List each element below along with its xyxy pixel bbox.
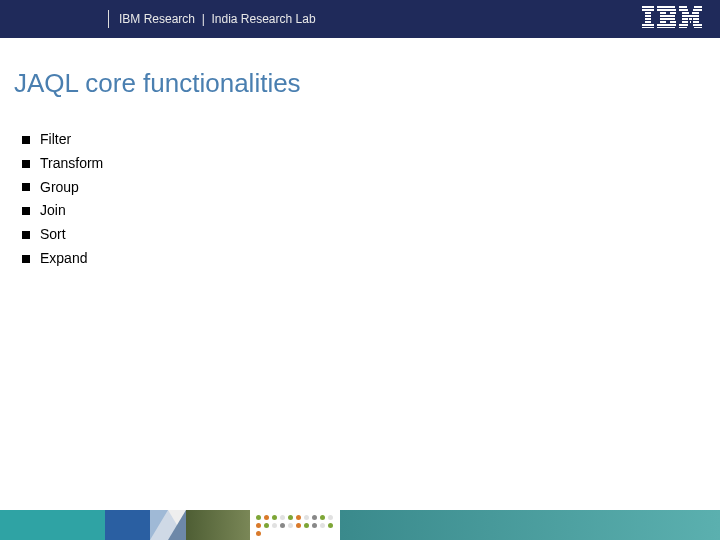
svg-rect-21 — [693, 9, 702, 11]
svg-rect-33 — [679, 27, 687, 28]
ibm-logo-icon — [642, 6, 702, 32]
slide: IBM Research | India Research Lab — [0, 0, 720, 540]
svg-rect-13 — [660, 18, 675, 20]
slide-title: JAQL core functionalities — [14, 68, 301, 99]
footer-block-teal — [0, 510, 105, 540]
bullet-text: Filter — [40, 128, 71, 152]
svg-rect-7 — [642, 27, 654, 28]
bullet-text: Transform — [40, 152, 103, 176]
svg-rect-29 — [690, 21, 691, 23]
header-separator: | — [202, 12, 205, 26]
header-lab: India Research Lab — [212, 12, 316, 26]
bullet-list: Filter Transform Group Join Sort Expand — [22, 128, 103, 271]
footer-block-dots-icon — [250, 510, 340, 540]
svg-rect-20 — [679, 9, 688, 11]
bullet-text: Sort — [40, 223, 66, 247]
svg-rect-0 — [642, 6, 654, 8]
svg-rect-32 — [693, 24, 702, 26]
svg-rect-6 — [642, 24, 654, 26]
list-item: Group — [22, 176, 103, 200]
svg-rect-9 — [657, 9, 676, 11]
header-bar: IBM Research | India Research Lab — [0, 0, 720, 38]
footer-block-diamond-icon — [150, 510, 186, 540]
list-item: Expand — [22, 247, 103, 271]
list-item: Sort — [22, 223, 103, 247]
bullet-icon — [22, 231, 30, 239]
svg-rect-14 — [660, 21, 666, 23]
svg-rect-28 — [682, 21, 688, 23]
svg-rect-5 — [645, 21, 651, 23]
footer-block-blue — [105, 510, 150, 540]
footer-graphic — [0, 510, 720, 540]
svg-rect-22 — [682, 12, 689, 14]
svg-rect-2 — [645, 12, 651, 14]
svg-rect-16 — [657, 24, 676, 26]
footer-block-olive — [186, 510, 250, 540]
bullet-icon — [22, 207, 30, 215]
list-item: Join — [22, 199, 103, 223]
list-item: Filter — [22, 128, 103, 152]
svg-rect-8 — [657, 6, 675, 8]
bullet-text: Join — [40, 199, 66, 223]
bullet-icon — [22, 255, 30, 263]
svg-rect-19 — [694, 6, 702, 8]
header-divider-icon — [108, 10, 109, 28]
bullet-icon — [22, 136, 30, 144]
svg-rect-26 — [689, 18, 692, 20]
bullet-icon — [22, 183, 30, 191]
svg-rect-24 — [682, 15, 699, 17]
svg-rect-25 — [682, 18, 688, 20]
svg-rect-15 — [670, 21, 676, 23]
bullet-text: Expand — [40, 247, 87, 271]
svg-rect-1 — [642, 9, 654, 11]
svg-rect-34 — [694, 27, 702, 28]
svg-rect-18 — [679, 6, 687, 8]
svg-rect-23 — [692, 12, 699, 14]
svg-rect-31 — [679, 24, 688, 26]
svg-rect-17 — [657, 27, 675, 28]
svg-rect-4 — [645, 18, 651, 20]
header-org: IBM Research — [119, 12, 195, 26]
header-left: IBM Research | India Research Lab — [0, 10, 316, 28]
svg-rect-12 — [660, 15, 675, 17]
bullet-icon — [22, 160, 30, 168]
svg-rect-27 — [693, 18, 699, 20]
bullet-text: Group — [40, 176, 79, 200]
svg-rect-11 — [670, 12, 676, 14]
svg-rect-30 — [693, 21, 699, 23]
list-item: Transform — [22, 152, 103, 176]
header-text: IBM Research | India Research Lab — [119, 12, 316, 26]
svg-rect-3 — [645, 15, 651, 17]
svg-rect-10 — [660, 12, 666, 14]
footer-block-gradient — [340, 510, 720, 540]
